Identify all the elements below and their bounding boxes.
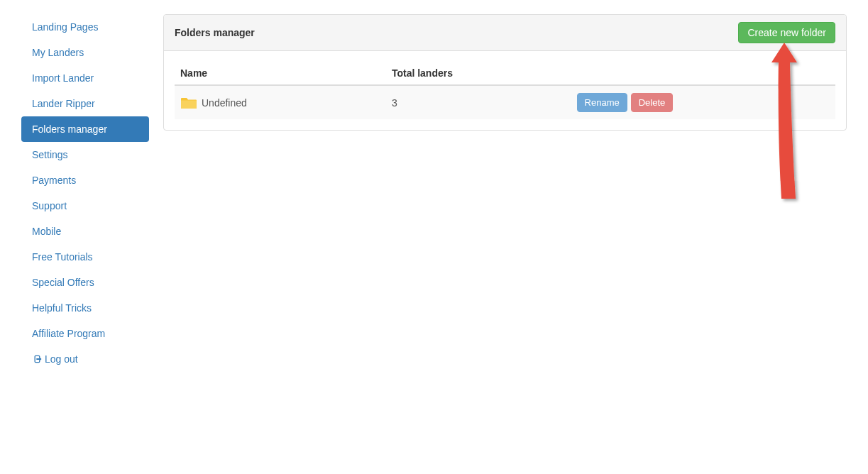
panel-body: Name Total landers [164, 51, 846, 130]
sidebar-item-affiliate-program[interactable]: Affiliate Program [21, 321, 149, 346]
sidebar-item-landing-pages[interactable]: Landing Pages [21, 14, 149, 40]
table-cell-total: 3 [386, 85, 571, 119]
sidebar-item-label: Special Offers [32, 277, 94, 288]
sidebar-item-support[interactable]: Support [21, 193, 149, 219]
sidebar-item-special-offers[interactable]: Special Offers [21, 270, 149, 295]
sidebar-item-label: Lander Ripper [32, 98, 95, 109]
sidebar-item-payments[interactable]: Payments [21, 167, 149, 193]
table-header-name: Name [175, 62, 386, 85]
sidebar-item-label: Mobile [32, 226, 61, 237]
delete-button[interactable]: Delete [631, 93, 674, 112]
sidebar-item-folders-manager[interactable]: Folders manager [21, 116, 149, 142]
sidebar-item-settings[interactable]: Settings [21, 142, 149, 167]
sidebar-item-logout[interactable]: Log out [21, 346, 149, 373]
table-header-total: Total landers [386, 62, 571, 85]
table-cell-actions: Rename Delete [571, 85, 835, 119]
sidebar-item-label: Log out [45, 353, 78, 365]
sidebar-item-import-lander[interactable]: Import Lander [21, 65, 149, 91]
sidebar-item-label: Folders manager [32, 123, 107, 135]
sidebar-item-label: Payments [32, 175, 76, 186]
create-new-folder-button[interactable]: Create new folder [738, 22, 835, 43]
sidebar-item-helpful-tricks[interactable]: Helpful Tricks [21, 295, 149, 321]
sidebar: Landing Pages My Landers Import Lander L… [21, 14, 149, 373]
folder-name: Undefined [202, 97, 247, 109]
sidebar-item-label: My Landers [32, 47, 84, 58]
folders-table: Name Total landers [175, 62, 835, 119]
rename-button[interactable]: Rename [577, 93, 627, 112]
table-cell-name: Undefined [175, 85, 386, 119]
sidebar-item-mobile[interactable]: Mobile [21, 219, 149, 244]
folders-panel: Folders manager Create new folder Name T… [163, 14, 847, 131]
panel-heading: Folders manager Create new folder [164, 15, 846, 51]
sidebar-item-label: Helpful Tricks [32, 302, 92, 314]
sidebar-item-free-tutorials[interactable]: Free Tutorials [21, 244, 149, 270]
sidebar-item-label: Settings [32, 149, 68, 160]
panel-title: Folders manager [175, 27, 255, 38]
table-header-actions [571, 62, 835, 85]
sidebar-item-label: Affiliate Program [32, 328, 105, 339]
main-content: Folders manager Create new folder Name T… [163, 14, 847, 373]
folder-icon [180, 96, 197, 110]
sidebar-item-label: Landing Pages [32, 21, 98, 33]
sidebar-item-lander-ripper[interactable]: Lander Ripper [21, 91, 149, 116]
table-row: Undefined 3 Rename Delete [175, 85, 835, 119]
logout-icon [32, 354, 42, 366]
sidebar-item-label: Import Lander [32, 72, 94, 84]
sidebar-item-label: Support [32, 200, 67, 211]
sidebar-item-label: Free Tutorials [32, 251, 93, 263]
sidebar-item-my-landers[interactable]: My Landers [21, 40, 149, 65]
